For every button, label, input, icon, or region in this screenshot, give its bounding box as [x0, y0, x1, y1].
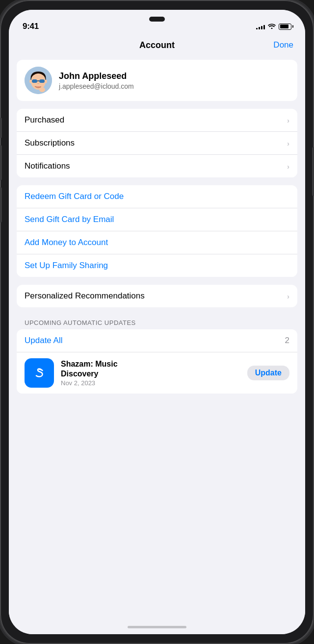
nav-bar: Account Done — [9, 36, 305, 56]
update-all-row[interactable]: Update All 2 — [17, 329, 297, 352]
user-card: John Appleseed j.appleseed@icloud.com — [17, 60, 297, 101]
redeem-gift-card-label: Redeem Gift Card or Code — [25, 192, 124, 201]
updates-card-group: Update All 2 — [17, 329, 297, 394]
notifications-item[interactable]: Notifications › — [17, 154, 297, 177]
wifi-icon — [268, 23, 276, 30]
signal-bar-3 — [261, 26, 262, 29]
shazam-app-info: Shazam: MusicDiscovery Nov 2, 2023 — [61, 359, 240, 386]
signal-bar-4 — [263, 25, 265, 29]
chevron-right-icon: › — [287, 116, 289, 124]
update-all-label: Update All — [25, 336, 63, 346]
user-info: John Appleseed j.appleseed@icloud.com — [59, 71, 134, 90]
svg-point-9 — [39, 87, 45, 92]
recommendations-section: Personalized Recommendations › — [17, 285, 297, 307]
main-content: Account Done — [9, 36, 305, 619]
chevron-right-icon: › — [287, 162, 289, 171]
update-button[interactable]: Update — [247, 366, 289, 380]
status-time: 9:41 — [23, 22, 39, 31]
user-name: John Appleseed — [59, 71, 134, 81]
volume-silent-button — [0, 118, 2, 138]
svg-point-10 — [30, 364, 49, 382]
home-bar — [128, 626, 186, 628]
volume-up-button — [0, 145, 2, 180]
purchased-item[interactable]: Purchased › — [17, 109, 297, 131]
volume-down-button — [0, 187, 2, 223]
home-indicator — [9, 619, 305, 634]
updates-section-label: UPCOMING AUTOMATIC UPDATES — [9, 315, 305, 329]
svg-line-7 — [30, 79, 31, 79]
dynamic-island — [149, 17, 165, 22]
purchased-label: Purchased — [25, 115, 64, 125]
updates-section: UPCOMING AUTOMATIC UPDATES Update All 2 — [9, 315, 305, 394]
menu-card: Purchased › Subscriptions › Notification… — [17, 109, 297, 177]
shazam-app-name: Shazam: MusicDiscovery — [61, 359, 240, 378]
power-button — [312, 147, 314, 196]
status-icons — [256, 23, 291, 30]
battery-icon — [279, 24, 291, 30]
recommendations-card: Personalized Recommendations › — [17, 285, 297, 307]
svg-rect-4 — [32, 79, 37, 83]
shazam-app-date: Nov 2, 2023 — [61, 379, 240, 387]
update-count: 2 — [285, 336, 289, 346]
send-gift-card-item[interactable]: Send Gift Card by Email — [17, 208, 297, 231]
menu-section: Purchased › Subscriptions › Notification… — [17, 109, 297, 177]
subscriptions-item[interactable]: Subscriptions › — [17, 131, 297, 154]
phone-frame: 9:41 — [0, 0, 314, 644]
signal-bar-1 — [256, 28, 258, 29]
actions-card: Redeem Gift Card or Code Send Gift Card … — [17, 185, 297, 277]
shazam-app-icon — [25, 358, 54, 388]
updates-card: Update All 2 — [17, 329, 297, 394]
subscriptions-label: Subscriptions — [25, 138, 75, 148]
svg-line-8 — [45, 79, 46, 79]
signal-bar-2 — [259, 27, 260, 29]
notifications-label: Notifications — [25, 161, 70, 171]
user-card-inner[interactable]: John Appleseed j.appleseed@icloud.com — [17, 60, 297, 101]
svg-rect-5 — [39, 79, 45, 83]
battery-fill — [280, 25, 289, 28]
user-profile-section: John Appleseed j.appleseed@icloud.com — [17, 60, 297, 101]
user-email: j.appleseed@icloud.com — [59, 82, 134, 90]
recommendations-label: Personalized Recommendations — [25, 291, 145, 301]
phone-screen: 9:41 — [9, 10, 305, 634]
family-sharing-item[interactable]: Set Up Family Sharing — [17, 254, 297, 277]
redeem-gift-card-item[interactable]: Redeem Gift Card or Code — [17, 185, 297, 208]
shazam-app-row[interactable]: Shazam: MusicDiscovery Nov 2, 2023 Updat… — [17, 352, 297, 394]
done-button[interactable]: Done — [273, 40, 293, 50]
add-money-item[interactable]: Add Money to Account — [17, 231, 297, 254]
family-sharing-label: Set Up Family Sharing — [25, 261, 108, 271]
add-money-label: Add Money to Account — [25, 238, 108, 248]
chevron-right-icon: › — [287, 139, 289, 148]
recommendations-item[interactable]: Personalized Recommendations › — [17, 285, 297, 307]
status-bar: 9:41 — [9, 10, 305, 36]
avatar — [25, 67, 52, 94]
send-gift-card-label: Send Gift Card by Email — [25, 215, 114, 224]
chevron-right-icon: › — [287, 292, 289, 300]
page-title: Account — [139, 40, 175, 50]
signal-icon — [256, 24, 265, 29]
actions-section: Redeem Gift Card or Code Send Gift Card … — [17, 185, 297, 277]
